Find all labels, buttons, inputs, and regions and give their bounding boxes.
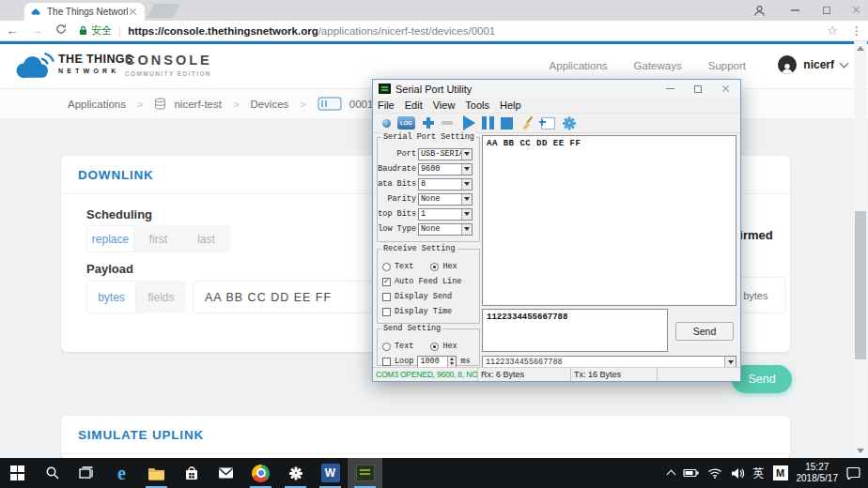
databits-select[interactable]: 8	[418, 178, 473, 191]
breadcrumb-applications[interactable]: Applications	[68, 99, 126, 110]
serial-port-utility-window: Serial Port Utility File Edit View Tools…	[372, 79, 741, 382]
tab-fields[interactable]: fields	[136, 281, 186, 313]
ime-language-indicator[interactable]: 英	[753, 465, 765, 481]
stopbits-label: Stop Bits	[378, 209, 418, 219]
parity-select[interactable]: None	[418, 193, 473, 206]
spinner-arrows-icon[interactable]	[447, 357, 456, 367]
auto-feed-line-checkbox[interactable]: ✓	[382, 278, 391, 286]
send-hex-radio[interactable]	[430, 343, 439, 351]
port-select[interactable]: USB-SERIA	[418, 148, 473, 160]
receive-data-area[interactable]: AA BB CC DD EE FF	[482, 135, 736, 306]
new-window-icon[interactable]	[541, 117, 555, 130]
word-icon: W	[321, 464, 340, 482]
clock-time: 15:27	[797, 462, 839, 474]
start-icon[interactable]	[459, 115, 475, 130]
browser-menu-icon[interactable]: ⋮	[845, 24, 868, 38]
taskbar-search[interactable]	[35, 458, 70, 488]
address-bar[interactable]: 安全 | https://console.thethingsnetwork.or…	[79, 21, 819, 41]
clear-broom-icon[interactable]	[519, 115, 535, 130]
browser-profile-icon[interactable]	[744, 0, 774, 21]
serial-port-setting-group: Serial Port Setting Port USB-SERIA Baudr…	[377, 137, 480, 242]
browser-tab[interactable]: The Things Network C	[24, 3, 145, 21]
baudrate-select[interactable]: 9600	[418, 163, 473, 175]
window-close-button[interactable]	[842, 0, 868, 21]
status-tx-bytes: Tx: 16 Bytes	[571, 368, 658, 381]
loop-interval-spinner[interactable]: 1000	[417, 356, 457, 368]
serial-close-button[interactable]	[712, 80, 740, 98]
tab-bytes[interactable]: bytes	[86, 281, 136, 313]
window-minimize-button[interactable]	[780, 0, 810, 21]
send-data-area[interactable]: 1122334455667788	[482, 309, 668, 352]
nav-support[interactable]: Support	[708, 60, 746, 71]
add-icon[interactable]	[422, 116, 435, 130]
pause-icon[interactable]	[482, 116, 494, 130]
taskbar-edge[interactable]: e	[104, 458, 139, 488]
tab-replace[interactable]: replace	[86, 225, 134, 252]
battery-indicator[interactable]	[683, 467, 699, 479]
taskbar-chrome[interactable]	[243, 458, 278, 488]
taskbar-store[interactable]	[174, 458, 209, 488]
serial-minimize-button[interactable]	[656, 80, 684, 98]
start-button[interactable]	[0, 458, 35, 488]
ttn-logo-cloud-icon	[11, 51, 56, 83]
loop-checkbox[interactable]	[382, 358, 391, 366]
bookmark-star-icon[interactable]: ☆	[819, 23, 845, 38]
send-text-radio[interactable]	[382, 343, 391, 351]
new-tab-button[interactable]	[147, 4, 180, 18]
taskbar-serial-port-utility[interactable]	[348, 458, 382, 488]
scrollbar-thumb[interactable]	[855, 211, 866, 359]
display-time-checkbox[interactable]	[382, 308, 391, 316]
tray-expand-button[interactable]	[668, 468, 674, 478]
avatar	[778, 55, 797, 74]
nav-applications[interactable]: Applications	[550, 60, 608, 71]
taskbar-file-explorer[interactable]	[139, 458, 174, 488]
brand-line2: NETWORK	[58, 68, 133, 74]
stop-icon[interactable]	[501, 117, 513, 130]
menu-view[interactable]: View	[433, 99, 456, 111]
tab-close-icon[interactable]	[128, 7, 139, 18]
tab-last[interactable]: last	[182, 225, 230, 252]
tab-first[interactable]: first	[134, 225, 182, 252]
forward-icon[interactable]: →	[24, 23, 49, 38]
ime-mode-indicator[interactable]: M	[773, 465, 788, 480]
menu-help[interactable]: Help	[500, 99, 521, 111]
user-menu[interactable]: nicerf	[778, 55, 847, 74]
port-label: Port	[378, 149, 418, 159]
settings-gear-icon[interactable]	[562, 116, 576, 130]
breadcrumb-device-item[interactable]: 0001	[318, 97, 374, 111]
menu-file[interactable]: File	[378, 99, 395, 111]
taskbar-settings[interactable]	[278, 458, 313, 488]
menu-edit[interactable]: Edit	[405, 99, 423, 111]
breadcrumb-application-item[interactable]: nicerf-test	[154, 98, 222, 110]
back-icon[interactable]: ←	[0, 23, 24, 38]
taskbar-word[interactable]: W	[313, 458, 348, 488]
scroll-up-icon[interactable]	[857, 46, 864, 51]
stopbits-select[interactable]: 1	[418, 208, 473, 221]
receive-text-radio[interactable]	[382, 263, 391, 271]
action-center-button[interactable]	[846, 466, 860, 480]
task-view-button[interactable]	[70, 458, 104, 488]
taskbar-clock[interactable]: 15:27 2018/5/17	[797, 462, 839, 485]
wifi-indicator[interactable]	[707, 467, 722, 479]
window-maximize-button[interactable]	[812, 0, 842, 21]
ttn-nav: Applications Gateways Support	[550, 60, 746, 71]
serial-titlebar[interactable]: Serial Port Utility	[373, 80, 740, 98]
display-send-checkbox[interactable]	[382, 293, 391, 301]
remove-icon[interactable]	[442, 121, 453, 125]
breadcrumb-devices[interactable]: Devices	[250, 99, 288, 110]
reload-icon[interactable]	[49, 23, 73, 38]
scroll-down-icon[interactable]	[857, 449, 864, 453]
menu-tools[interactable]: Tools	[465, 99, 489, 111]
flowtype-select[interactable]: None	[418, 223, 473, 236]
volume-indicator[interactable]	[731, 467, 745, 480]
baudrate-label: Baudrate	[378, 164, 418, 174]
taskbar-mail[interactable]	[209, 458, 243, 488]
connect-icon[interactable]	[382, 119, 391, 128]
serial-send-button[interactable]: Send	[675, 322, 734, 341]
receive-hex-radio[interactable]	[430, 263, 439, 271]
nav-gateways[interactable]: Gateways	[634, 60, 682, 71]
serial-maximize-button[interactable]	[684, 80, 712, 98]
log-icon[interactable]: LOG	[397, 116, 415, 130]
close-icon	[721, 84, 732, 95]
wifi-icon	[707, 467, 722, 479]
